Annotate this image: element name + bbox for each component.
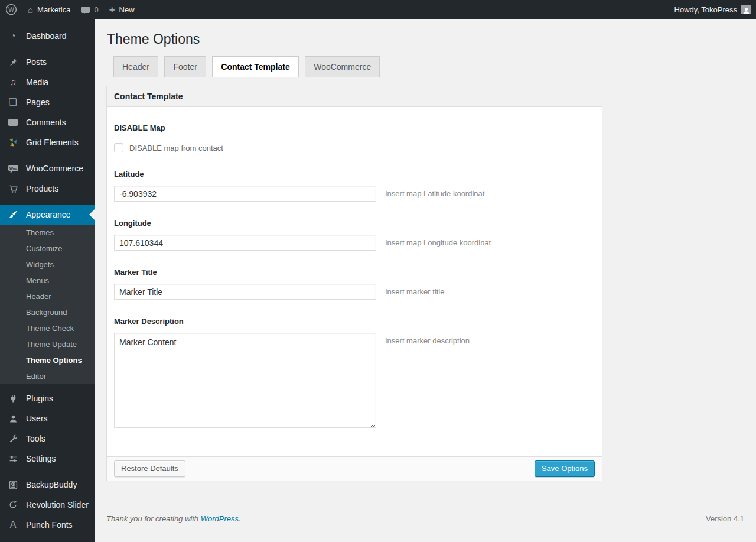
sidebar-subitem-widgets[interactable]: Widgets (0, 257, 94, 272)
tab-footer[interactable]: Footer (164, 56, 206, 77)
sidebar-item-woocommerce[interactable]: Woo WooCommerce (0, 158, 94, 178)
marker-description-label: Marker Description (114, 317, 595, 326)
sidebar-subitem-menus[interactable]: Menus (0, 272, 94, 288)
marker-title-input[interactable] (114, 284, 376, 300)
sidebar-subitem-header[interactable]: Header (0, 288, 94, 304)
admin-menu-lower: Plugins Users Tools Settings (0, 384, 94, 535)
comment-bubble-icon (81, 7, 90, 13)
latitude-input[interactable] (114, 186, 376, 202)
new-label: New (119, 5, 135, 14)
marker-description-help: Insert marker description (385, 336, 470, 345)
appearance-submenu: Themes Customize Widgets Menus Header Ba… (0, 225, 94, 384)
panel-header: Contact Template (107, 86, 602, 107)
panel-footer: Restore Defaults Save Options (107, 456, 602, 481)
longitude-input[interactable] (114, 235, 376, 251)
backup-drive-icon (6, 480, 20, 490)
plus-icon: + (109, 5, 115, 15)
comments-count: 0 (94, 5, 98, 14)
letter-a-icon: A (6, 520, 20, 530)
latitude-row: Latitude Insert map Latitude koordinat (114, 170, 595, 202)
sidebar-item-appearance[interactable]: Appearance (0, 205, 94, 225)
wordpress-logo-menu[interactable]: W (0, 0, 22, 19)
admin-bar-right: Howdy, TokoPress (669, 0, 756, 19)
sidebar-item-tools[interactable]: Tools (0, 429, 94, 449)
marker-title-label: Marker Title (114, 268, 595, 277)
menu-separator (0, 199, 94, 205)
main-content: Theme Options Header Footer Contact Temp… (94, 19, 756, 542)
menu-separator (0, 469, 94, 475)
grid-elements-icon (6, 138, 20, 147)
sidebar-item-punch-fonts[interactable]: A Punch Fonts (0, 515, 94, 535)
sidebar-item-revolution-slider[interactable]: Revolution Slider (0, 495, 94, 515)
wrench-icon (6, 434, 20, 444)
marker-description-textarea[interactable]: Marker Content (114, 333, 376, 428)
footer-version: Version 4.1 (706, 514, 744, 523)
pushpin-icon (6, 57, 20, 67)
svg-text:W: W (8, 7, 14, 13)
admin-bar: W ⌂ Marketica 0 + New Howdy, TokoPress (0, 0, 756, 19)
account-menu[interactable]: Howdy, TokoPress (669, 0, 756, 19)
sidebar-item-comments[interactable]: Comments (0, 112, 94, 132)
howdy-label: Howdy, TokoPress (674, 5, 737, 14)
disable-map-checkbox[interactable] (114, 143, 123, 152)
longitude-help: Insert map Longitude koordinat (385, 238, 491, 247)
latitude-label: Latitude (114, 170, 595, 178)
sidebar-item-backupbuddy[interactable]: BackupBuddy (0, 475, 94, 495)
sidebar-subitem-theme-options[interactable]: Theme Options (0, 352, 94, 368)
sidebar-item-users[interactable]: Users (0, 408, 94, 429)
dashboard-icon: ◔ (6, 31, 20, 41)
menu-separator (0, 152, 94, 158)
marker-title-help: Insert marker title (385, 287, 444, 296)
sidebar-subitem-theme-update[interactable]: Theme Update (0, 336, 94, 352)
media-icon: ♫ (6, 77, 20, 87)
contact-template-panel: Contact Template DISABLE Map DISABLE map… (106, 86, 602, 481)
restore-defaults-button[interactable]: Restore Defaults (114, 460, 185, 477)
refresh-arrows-icon (6, 500, 20, 509)
menu-separator (0, 384, 94, 388)
sidebar-subitem-theme-check[interactable]: Theme Check (0, 320, 94, 336)
page-footer: Thank you for creating with WordPress. V… (106, 514, 744, 523)
disable-map-label: DISABLE Map (114, 124, 595, 132)
marker-description-row: Marker Description Marker Content Insert… (114, 317, 595, 428)
page-title: Theme Options (107, 31, 744, 47)
sidebar-item-posts[interactable]: Posts (0, 52, 94, 72)
site-name-menu[interactable]: ⌂ Marketica (22, 0, 76, 19)
admin-bar-left: W ⌂ Marketica 0 + New (0, 0, 140, 19)
comments-menu[interactable]: 0 (76, 0, 103, 19)
sidebar-subitem-background[interactable]: Background (0, 304, 94, 320)
longitude-label: Longitude (114, 219, 595, 228)
admin-menu: ◔ Dashboard Posts ♫ Media ❏ Pages Commen… (0, 26, 94, 225)
tab-woocommerce[interactable]: WooCommerce (305, 56, 380, 77)
sidebar-item-pages[interactable]: ❏ Pages (0, 92, 94, 112)
avatar (741, 5, 751, 14)
disable-map-checkbox-label: DISABLE map from contact (129, 144, 223, 152)
sidebar-subitem-customize[interactable]: Customize (0, 241, 94, 257)
sidebar-item-plugins[interactable]: Plugins (0, 388, 94, 408)
sliders-icon (6, 454, 20, 464)
latitude-help: Insert map Latitude koordinat (385, 189, 484, 198)
pages-icon: ❏ (6, 98, 20, 107)
tab-contact-template[interactable]: Contact Template (212, 56, 298, 77)
paintbrush-icon (6, 210, 20, 220)
tab-header[interactable]: Header (113, 56, 158, 77)
wordpress-logo-icon: W (5, 4, 17, 15)
home-icon: ⌂ (28, 5, 33, 14)
sidebar: ◔ Dashboard Posts ♫ Media ❏ Pages Commen… (0, 19, 94, 542)
longitude-row: Longitude Insert map Longitude koordinat (114, 219, 595, 251)
woocommerce-icon: Woo (6, 164, 20, 174)
wordpress-link[interactable]: WordPress (201, 514, 239, 523)
disable-map-checkbox-row[interactable]: DISABLE map from contact (114, 143, 223, 152)
sidebar-subitem-editor[interactable]: Editor (0, 368, 94, 384)
sidebar-subitem-themes[interactable]: Themes (0, 225, 94, 241)
sidebar-item-settings[interactable]: Settings (0, 449, 94, 469)
marker-title-row: Marker Title Insert marker title (114, 268, 595, 300)
sidebar-item-grid-elements[interactable]: Grid Elements (0, 132, 94, 152)
sidebar-item-products[interactable]: Products (0, 178, 94, 199)
new-content-menu[interactable]: + New (104, 0, 140, 19)
person-icon (742, 7, 750, 14)
sidebar-item-media[interactable]: ♫ Media (0, 72, 94, 92)
comments-bubble-icon (8, 119, 18, 126)
site-name-label: Marketica (37, 5, 70, 14)
save-options-button[interactable]: Save Options (535, 460, 595, 477)
sidebar-item-dashboard[interactable]: ◔ Dashboard (0, 26, 94, 46)
